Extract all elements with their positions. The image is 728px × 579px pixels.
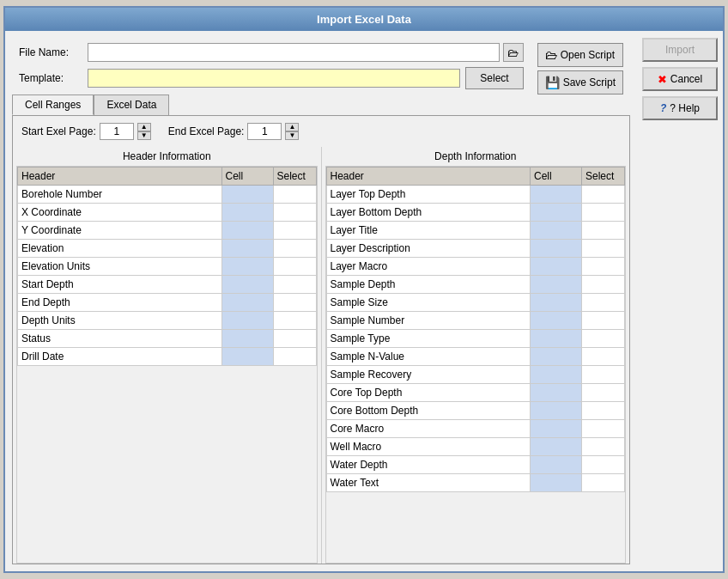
depth-cell-value[interactable]: [531, 312, 582, 330]
header-cell-value[interactable]: [221, 294, 273, 312]
header-col-select: Select: [273, 168, 316, 186]
file-name-input[interactable]: [88, 43, 500, 62]
depth-cell-select[interactable]: [582, 240, 625, 258]
depth-cell-value[interactable]: [531, 222, 582, 240]
select-button[interactable]: Select: [465, 67, 523, 89]
depth-cell-value[interactable]: [531, 384, 582, 402]
header-table-row: Depth Units: [18, 312, 317, 330]
header-cell-value[interactable]: [221, 258, 273, 276]
tab-excel-data[interactable]: Excel Data: [94, 94, 169, 115]
depth-cell-select[interactable]: [582, 330, 625, 348]
depth-cell-select[interactable]: [582, 438, 625, 456]
start-page-spinner[interactable]: ▲ ▼: [137, 123, 151, 140]
depth-cell-name: Well Macro: [326, 438, 531, 456]
open-script-button[interactable]: 🗁 Open Script: [537, 43, 623, 67]
header-table[interactable]: Header Cell Select Borehole Number X Coo…: [16, 166, 318, 564]
title-bar: Import Excel Data: [5, 8, 723, 31]
depth-cell-value[interactable]: [531, 240, 582, 258]
depth-cell-name: Sample Size: [326, 294, 531, 312]
header-cell-value[interactable]: [221, 276, 273, 294]
depth-cell-select[interactable]: [582, 312, 625, 330]
window-title: Import Excel Data: [317, 13, 411, 26]
header-cell-select[interactable]: [273, 330, 316, 348]
depth-table-row: Sample Size: [326, 294, 625, 312]
depth-cell-select[interactable]: [582, 474, 625, 492]
header-table-row: Start Depth: [18, 276, 317, 294]
depth-cell-select[interactable]: [582, 276, 625, 294]
depth-cell-value[interactable]: [531, 366, 582, 384]
cancel-button[interactable]: ✖ Cancel: [642, 67, 718, 91]
header-cell-select[interactable]: [273, 276, 316, 294]
end-page-down[interactable]: ▼: [285, 131, 299, 140]
end-page-up[interactable]: ▲: [285, 123, 299, 131]
depth-cell-value[interactable]: [531, 276, 582, 294]
depth-table-row: Layer Bottom Depth: [326, 204, 625, 222]
start-page-up[interactable]: ▲: [137, 123, 151, 131]
template-input[interactable]: [88, 69, 460, 88]
depth-cell-value[interactable]: [531, 348, 582, 366]
header-cell-value[interactable]: [221, 186, 273, 204]
header-cell-name: End Depth: [18, 294, 222, 312]
header-cell-select[interactable]: [273, 312, 316, 330]
header-cell-value[interactable]: [221, 348, 273, 366]
header-cell-value[interactable]: [221, 330, 273, 348]
depth-table-row: Core Macro: [326, 420, 625, 438]
end-page-spinner[interactable]: ▲ ▼: [285, 123, 299, 140]
depth-cell-select[interactable]: [582, 186, 625, 204]
depth-cell-value[interactable]: [531, 186, 582, 204]
depth-col-select: Select: [582, 168, 625, 186]
page-controls: Start Exel Page: ▲ ▼ End Excel Page: ▲ ▼: [13, 116, 629, 147]
depth-cell-select[interactable]: [582, 456, 625, 474]
browse-button[interactable]: 🗁: [503, 43, 524, 62]
depth-cell-value[interactable]: [531, 456, 582, 474]
depth-table-row: Sample Type: [326, 330, 625, 348]
header-cell-select[interactable]: [273, 186, 316, 204]
header-cell-select[interactable]: [273, 222, 316, 240]
depth-cell-select[interactable]: [582, 258, 625, 276]
header-cell-select[interactable]: [273, 258, 316, 276]
depth-cell-value[interactable]: [531, 294, 582, 312]
depth-cell-select[interactable]: [582, 402, 625, 420]
header-table-row: Status: [18, 330, 317, 348]
help-button[interactable]: ? ? Help: [642, 96, 718, 120]
depth-cell-select[interactable]: [582, 420, 625, 438]
depth-cell-select[interactable]: [582, 348, 625, 366]
save-script-button[interactable]: 💾 Save Script: [537, 70, 623, 94]
depth-cell-select[interactable]: [582, 294, 625, 312]
depth-table-row: Core Bottom Depth: [326, 402, 625, 420]
start-page-down[interactable]: ▼: [137, 131, 151, 140]
header-cell-value[interactable]: [221, 222, 273, 240]
header-cell-name: Drill Date: [18, 348, 222, 366]
end-page-input[interactable]: [247, 123, 282, 140]
start-page-input[interactable]: [100, 123, 134, 140]
depth-cell-value[interactable]: [531, 438, 582, 456]
depth-cell-select[interactable]: [582, 384, 625, 402]
end-page-label: End Excel Page:: [168, 125, 245, 137]
header-cell-value[interactable]: [221, 204, 273, 222]
depth-cell-value[interactable]: [531, 204, 582, 222]
depth-cell-name: Core Bottom Depth: [326, 402, 531, 420]
header-cell-value[interactable]: [221, 312, 273, 330]
header-table-row: Elevation Units: [18, 258, 317, 276]
depth-cell-value[interactable]: [531, 330, 582, 348]
depth-cell-value[interactable]: [531, 420, 582, 438]
import-button[interactable]: Import: [642, 38, 718, 62]
header-cell-select[interactable]: [273, 240, 316, 258]
depth-cell-select[interactable]: [582, 222, 625, 240]
header-cell-select[interactable]: [273, 294, 316, 312]
tab-cell-ranges[interactable]: Cell Ranges: [12, 94, 94, 115]
header-table-row: Borehole Number: [18, 186, 317, 204]
depth-table-row: Layer Description: [326, 240, 625, 258]
depth-cell-value[interactable]: [531, 258, 582, 276]
header-cell-select[interactable]: [273, 348, 316, 366]
header-cell-select[interactable]: [273, 204, 316, 222]
depth-table-row: Core Top Depth: [326, 384, 625, 402]
depth-cell-value[interactable]: [531, 474, 582, 492]
depth-cell-value[interactable]: [531, 402, 582, 420]
header-cell-value[interactable]: [221, 240, 273, 258]
depth-table[interactable]: Header Cell Select Layer Top Depth Layer…: [325, 166, 627, 564]
depth-table-row: Sample Depth: [326, 276, 625, 294]
depth-cell-select[interactable]: [582, 204, 625, 222]
depth-cell-select[interactable]: [582, 366, 625, 384]
depth-table-row: Well Macro: [326, 438, 625, 456]
